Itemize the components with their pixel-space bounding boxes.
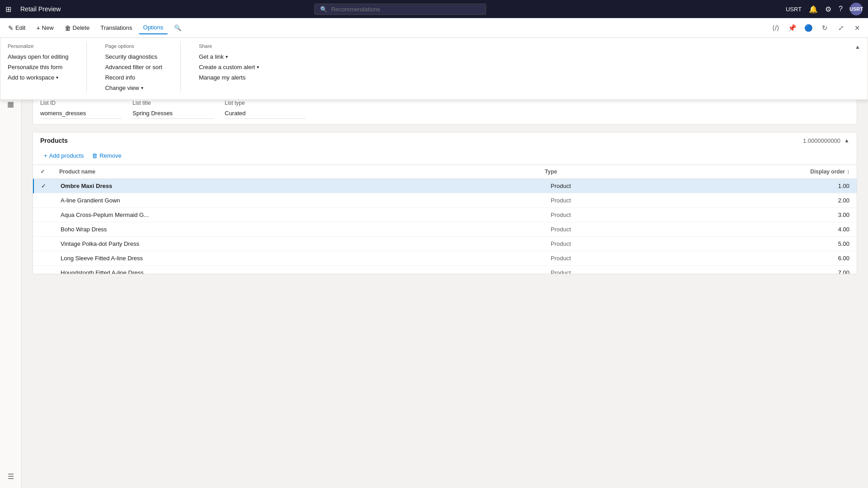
remove-button[interactable]: 🗑 Remove [88,150,125,161]
page-options-section: Page options Security diagnostics Advanc… [105,42,162,92]
translations-button[interactable]: Translations [96,22,137,34]
search-btn-icon: 🔍 [174,24,181,31]
table-header-row: ✓ Product name Type Display order [33,165,857,179]
divider-1 [86,42,87,92]
list-type-value[interactable]: Curated [225,108,306,119]
th-check: ✓ [33,165,52,179]
page-options-title: Page options [105,42,162,49]
manage-alerts-item[interactable]: Manage my alerts [199,73,259,82]
list-id-value[interactable]: womens_dresses [40,108,122,119]
row-product-name: A-line Grandient Gown [53,193,543,208]
row-type: Product [543,179,802,193]
notification-icon[interactable]: 🔔 [809,5,818,14]
th-display-order[interactable]: Display order ↕ [802,165,857,179]
products-collapse-button[interactable]: ▲ [844,137,849,144]
settings-icon[interactable]: ⚙ [825,5,831,14]
open-new-button[interactable]: ⤢ [834,21,848,35]
toolbar-right: ⟨/⟩ 📌 🔵 ↻ ⤢ ✕ [769,21,864,35]
personalize-form-item[interactable]: Personalize this form [8,63,68,71]
user-label[interactable]: USRT [786,6,802,13]
top-bar: ⊞ Retail Preview 🔍 USRT 🔔 ⚙ ? USRT [0,0,868,18]
product-table-head: ✓ Product name Type Display order [33,165,857,179]
row-check[interactable] [33,222,53,237]
row-product-name: Houndstooth Fitted A-line Dress [53,266,543,274]
record-info-item[interactable]: Record info [105,73,162,82]
table-scroll[interactable]: ✓Ombre Maxi DressProduct1.00A-line Grand… [33,179,857,274]
row-display-order: 7.00 [802,266,857,274]
help-icon[interactable]: ? [839,5,843,13]
list-title-value[interactable]: Spring Dresses [132,108,214,119]
advanced-filter-item[interactable]: Advanced filter or sort [105,63,162,71]
pin-button[interactable]: 📌 [785,21,799,35]
sidebar: ⊞ ★ ⏱ ▦ ☰ [0,38,22,488]
list-id-label: List ID [40,100,122,106]
list-title-field: List title Spring Dresses [132,100,214,119]
edit-button[interactable]: ✎ Edit [4,22,30,34]
table-row[interactable]: Aqua Cross-Peplum Mermaid G...Product3.0… [33,208,857,222]
dev-tools-button[interactable]: ⟨/⟩ [769,21,783,35]
list-id-field: List ID womens_dresses [40,100,122,119]
row-check[interactable] [33,237,53,251]
row-display-order: 5.00 [802,237,857,251]
always-open-editing-item[interactable]: Always open for editing [8,52,68,61]
row-product-name: Aqua Cross-Peplum Mermaid G... [53,208,543,222]
notification-badge-button[interactable]: 🔵 [801,21,816,35]
table-row[interactable]: Boho Wrap DressProduct4.00 [33,222,857,237]
main-content: ▼ Recommendation lists womens_dresses : … [22,38,868,488]
list-type-label: List type [225,100,306,106]
products-count: 1.0000000000 [803,137,840,144]
row-type: Product [543,237,802,251]
row-type: Product [543,193,802,208]
change-view-item[interactable]: Change view [105,84,162,92]
avatar[interactable]: USRT [850,3,863,15]
delete-button[interactable]: 🗑 Delete [60,22,94,34]
table-row[interactable]: Vintage Polka-dot Party DressProduct5.00 [33,237,857,251]
table-row[interactable]: Long Sleeve Fitted A-line DressProduct6.… [33,251,857,266]
add-icon: + [44,152,47,159]
row-type: Product [543,251,802,266]
row-type: Product [543,222,802,237]
products-title: Products [40,137,68,144]
add-products-button[interactable]: + Add products [40,150,87,161]
toolbar: ✎ Edit + New 🗑 Delete Translations Optio… [0,18,868,38]
search-bar[interactable]: 🔍 [314,4,486,15]
product-table-container: ✓ Product name Type Display order [33,165,857,274]
get-a-link-item[interactable]: Get a link [199,52,259,61]
products-section-header: Products 1.0000000000 ▲ [33,132,857,149]
close-panel-button[interactable]: ✕ [850,21,864,35]
layout: ⊞ ★ ⏱ ▦ ☰ ▼ Recommendation lists womens_… [0,38,868,488]
search-icon: 🔍 [320,6,327,13]
row-check[interactable]: ✓ [33,179,53,193]
sidebar-item-list[interactable]: ☰ [3,468,19,484]
row-check[interactable] [33,251,53,266]
row-check[interactable] [33,208,53,222]
th-product-name[interactable]: Product name [52,165,538,179]
app-grid-icon[interactable]: ⊞ [5,5,11,14]
list-type-field: List type Curated [225,100,306,119]
product-table: ✓ Product name Type Display order [33,165,857,179]
search-input[interactable] [331,6,480,13]
remove-icon: 🗑 [92,152,98,159]
th-type[interactable]: Type [538,165,802,179]
add-to-workspace-item[interactable]: Add to workspace [8,73,68,82]
dropdown-collapse-button[interactable]: ▲ [855,44,860,50]
row-display-order: 6.00 [802,251,857,266]
security-diagnostics-item[interactable]: Security diagnostics [105,52,162,61]
row-product-name: Long Sleeve Fitted A-line Dress [53,251,543,266]
list-title-label: List title [132,100,214,106]
refresh-button[interactable]: ↻ [817,21,832,35]
new-button[interactable]: + New [32,22,58,34]
options-button[interactable]: Options [139,21,168,34]
row-type: Product [543,266,802,274]
create-custom-alert-item[interactable]: Create a custom alert [199,63,259,71]
table-row[interactable]: A-line Grandient GownProduct2.00 [33,193,857,208]
table-row[interactable]: ✓Ombre Maxi DressProduct1.00 [33,179,857,193]
row-check[interactable] [33,266,53,274]
share-title: Share [199,42,259,49]
row-product-name: Ombre Maxi Dress [53,179,543,193]
search-filter-button[interactable]: 🔍 [170,22,186,34]
row-check[interactable] [33,193,53,208]
share-section: Share Get a link Create a custom alert M… [199,42,259,92]
app-title: Retail Preview [17,5,309,13]
table-row[interactable]: Houndstooth Fitted A-line DressProduct7.… [33,266,857,274]
